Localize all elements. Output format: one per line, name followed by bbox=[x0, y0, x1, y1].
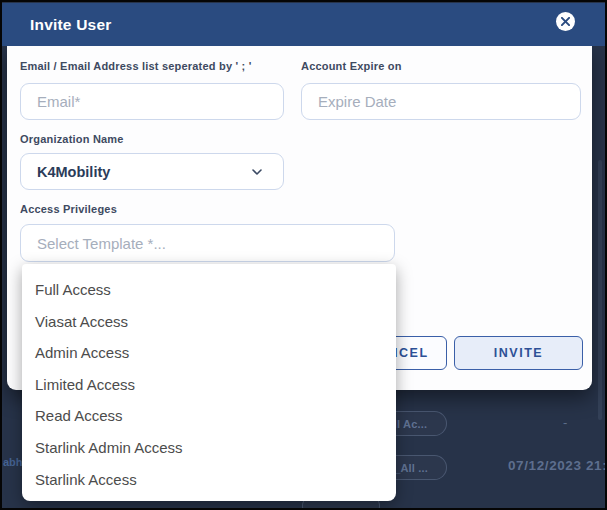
dropdown-option-read-access[interactable]: Read Access bbox=[22, 400, 396, 432]
background-empty-value: - bbox=[563, 415, 567, 430]
email-label: Email / Email Address list seperated by … bbox=[20, 60, 251, 72]
organization-label: Organization Name bbox=[20, 133, 124, 145]
dropdown-option-starlink-admin-access[interactable]: Starlink Admin Access bbox=[22, 432, 396, 464]
dropdown-option-admin-access[interactable]: Admin Access bbox=[22, 337, 396, 369]
email-field-wrap bbox=[20, 83, 284, 120]
access-template-dropdown: Full AccessViasat AccessAdmin AccessLimi… bbox=[22, 264, 396, 501]
expire-field-wrap bbox=[301, 83, 581, 120]
organization-select[interactable]: K4Mobility bbox=[20, 153, 284, 190]
screenshot-root: a-Full Ac... - cess_All ... 07/12/2023 2… bbox=[0, 0, 607, 510]
chevron-down-icon bbox=[249, 164, 265, 180]
dropdown-option-full-access[interactable]: Full Access bbox=[22, 274, 396, 306]
background-timestamp: 07/12/2023 21:5 bbox=[508, 458, 607, 473]
access-field-wrap bbox=[20, 224, 395, 262]
invite-button[interactable]: INVITE bbox=[454, 336, 583, 370]
dialog-title: Invite User bbox=[30, 16, 111, 34]
dropdown-option-starlink-access[interactable]: Starlink Access bbox=[22, 464, 396, 496]
dropdown-option-viasat-access[interactable]: Viasat Access bbox=[22, 306, 396, 338]
dialog-header: Invite User bbox=[2, 3, 605, 46]
account-expire-label: Account Expire on bbox=[301, 60, 402, 72]
background-scrollbar bbox=[598, 160, 602, 420]
close-icon bbox=[561, 17, 570, 26]
background-email-fragment: abh bbox=[3, 456, 23, 468]
organization-value: K4Mobility bbox=[37, 164, 110, 180]
email-input[interactable] bbox=[20, 83, 284, 120]
access-privileges-label: Access Privileges bbox=[20, 203, 117, 215]
expire-date-input[interactable] bbox=[301, 83, 581, 120]
access-template-input[interactable] bbox=[20, 224, 395, 262]
dropdown-option-limited-access[interactable]: Limited Access bbox=[22, 369, 396, 401]
close-button[interactable] bbox=[556, 12, 575, 31]
